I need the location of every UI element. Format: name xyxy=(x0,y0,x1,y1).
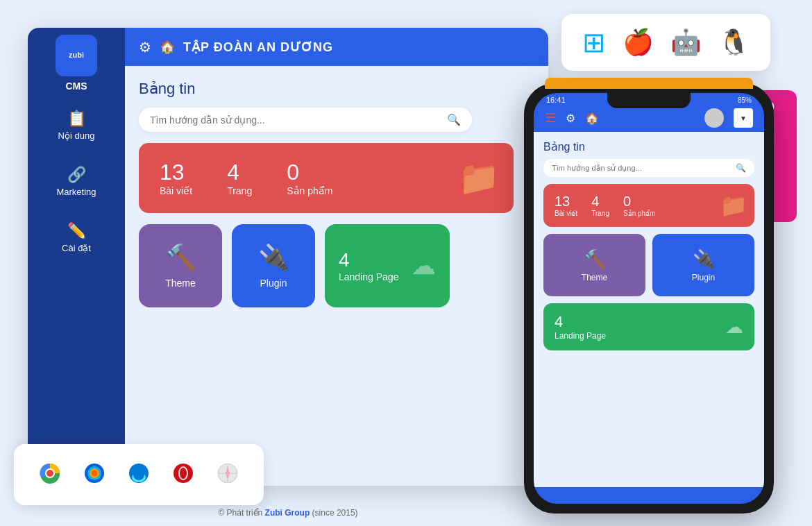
plugin-label: Plugin xyxy=(260,278,287,289)
caidat-icon: ✏️ xyxy=(67,222,86,240)
browsers-card xyxy=(14,444,264,505)
articles-count: 13 xyxy=(160,160,192,185)
theme-label: Theme xyxy=(165,278,196,289)
topbar: ⚙ 🏠 TẬP ĐOÀN AN DƯƠNG xyxy=(125,28,548,66)
phone-dropdown[interactable]: ▼ xyxy=(734,108,753,128)
phone-topbar: ☰ ⚙ 🏠 ▼ xyxy=(534,104,764,132)
phone-theme-button[interactable]: 🔨 Theme xyxy=(543,234,645,296)
phone-stat-pages: 4 Trang xyxy=(591,194,609,217)
logo-text: zubi xyxy=(69,51,84,60)
sidebar-item-marketing[interactable]: 🔗 Marketing xyxy=(28,160,125,203)
phone-folder-icon: 📁 xyxy=(720,192,747,219)
phone-stat-articles: 13 Bài viết xyxy=(555,194,577,217)
android-icon: 🤖 xyxy=(670,28,702,57)
marketing-icon: 🔗 xyxy=(67,166,86,184)
caidat-label: Cài đặt xyxy=(62,243,91,253)
svg-point-3 xyxy=(46,470,53,477)
chrome-icon xyxy=(35,458,65,491)
svg-point-16 xyxy=(180,468,187,479)
plugin-icon: 🔌 xyxy=(258,243,289,272)
footer-suffix: (since 2015) xyxy=(310,508,357,518)
phone-screen: 16:41 85% ☰ ⚙ 🏠 ▼ Bảng tin 🔍 13 Bài viết xyxy=(534,93,764,504)
phone-pages-count: 4 xyxy=(591,194,609,210)
folder-icon: 📁 xyxy=(458,159,500,198)
plugin-button[interactable]: 🔌 Plugin xyxy=(232,224,315,307)
phone-plugin-label: Plugin xyxy=(692,273,715,282)
search-bar[interactable]: 🔍 xyxy=(139,108,472,132)
cloud-icon: ☁ xyxy=(411,251,436,280)
theme-button[interactable]: 🔨 Theme xyxy=(139,224,222,307)
safari-icon xyxy=(212,458,243,491)
sidebar-item-noidung[interactable]: 📋 Nội dung xyxy=(28,104,125,146)
content-area: Bảng tin 🔍 13 Bài viết 4 Trang 0 Sản phẩ… xyxy=(125,66,548,486)
phone-plugin-button[interactable]: 🔌 Plugin xyxy=(652,234,754,296)
svg-point-12 xyxy=(133,469,144,480)
phone-content: Bảng tin 🔍 13 Bài viết 4 Trang 0 Sản phẩ… xyxy=(534,132,764,487)
edge-icon xyxy=(124,458,154,491)
phone-theme-label: Theme xyxy=(582,273,607,282)
phone-theme-icon: 🔨 xyxy=(584,248,606,270)
noidung-icon: 📋 xyxy=(67,110,86,128)
phone-plugin-icon: 🔌 xyxy=(693,248,715,270)
phone-search-bar[interactable]: 🔍 xyxy=(543,159,754,177)
phone-menu-icon[interactable]: ☰ xyxy=(545,110,556,126)
linux-icon: 🐧 xyxy=(718,28,750,57)
phone-gear-icon[interactable]: ⚙ xyxy=(566,112,575,125)
pages-count: 4 xyxy=(227,160,252,185)
opera-icon xyxy=(168,458,198,491)
marketing-label: Marketing xyxy=(56,187,96,197)
phone-landing-text: 4 Landing Page xyxy=(555,313,606,341)
landing-button[interactable]: 4 Landing Page ☁ xyxy=(325,224,450,307)
phone-feature-row: 🔨 Theme 🔌 Plugin xyxy=(543,234,754,296)
stat-products: 0 Sản phẩm xyxy=(287,160,332,196)
sidebar-item-caidat[interactable]: ✏️ Cài đặt xyxy=(28,217,125,259)
cms-desktop: zubi CMS 📋 Nội dung 🔗 Marketing ✏️ Cài đ… xyxy=(28,28,548,486)
landing-label: Landing Page xyxy=(339,271,398,282)
sidebar: zubi CMS 📋 Nội dung 🔗 Marketing ✏️ Cài đ… xyxy=(28,28,125,486)
svg-point-8 xyxy=(92,470,97,476)
pages-label: Trang xyxy=(227,185,252,196)
firefox-icon xyxy=(79,458,110,491)
cms-label: CMS xyxy=(65,80,87,92)
articles-label: Bài viết xyxy=(160,185,192,196)
phone-landing-button[interactable]: 4 Landing Page ☁ xyxy=(543,303,754,350)
phone-search-icon: 🔍 xyxy=(736,163,746,173)
os-card: ⊞ 🍎 🤖 🐧 xyxy=(561,14,770,71)
products-count: 0 xyxy=(287,160,332,185)
phone-products-label: Sản phẩm xyxy=(623,210,655,217)
landing-text: 4 Landing Page xyxy=(339,249,398,282)
phone-pages-label: Trang xyxy=(591,210,609,217)
phone-cloud-icon: ☁ xyxy=(725,316,743,338)
footer-prefix: © Phát triển xyxy=(218,508,264,518)
logo: zubi xyxy=(56,35,97,76)
phone-articles-label: Bài viết xyxy=(555,210,577,217)
phone-stats-card: 13 Bài viết 4 Trang 0 Sản phẩm 📁 xyxy=(543,184,754,227)
stats-card: 13 Bài viết 4 Trang 0 Sản phẩm 📁 xyxy=(139,143,514,213)
phone-battery: 85% xyxy=(738,96,752,104)
phone-page-title: Bảng tin xyxy=(543,140,754,153)
logo-inner: zubi xyxy=(59,38,94,73)
noidung-label: Nội dung xyxy=(58,130,95,141)
feature-row: 🔨 Theme 🔌 Plugin 4 Landing Page ☁ xyxy=(139,224,534,307)
footer-brand: Zubi Group xyxy=(265,508,310,518)
phone-search-input[interactable] xyxy=(552,164,736,172)
search-input[interactable] xyxy=(150,114,447,126)
search-icon: 🔍 xyxy=(447,113,461,126)
phone-notch xyxy=(607,93,691,108)
phone-avatar[interactable] xyxy=(704,108,724,128)
main-content: ⚙ 🏠 TẬP ĐOÀN AN DƯƠNG Bảng tin 🔍 13 Bài … xyxy=(125,28,548,486)
home-icon[interactable]: 🏠 xyxy=(160,40,175,55)
phone-articles-count: 13 xyxy=(555,194,577,210)
phone-landing-count: 4 xyxy=(555,313,606,331)
phone-products-count: 0 xyxy=(623,194,655,210)
gear-icon[interactable]: ⚙ xyxy=(139,39,151,56)
apple-icon: 🍎 xyxy=(623,28,654,57)
windows-icon: ⊞ xyxy=(582,26,606,58)
phone-home-icon[interactable]: 🏠 xyxy=(585,112,599,125)
phone-stat-products: 0 Sản phẩm xyxy=(623,194,655,217)
theme-icon: 🔨 xyxy=(165,243,196,272)
footer-copyright: © Phát triển Zubi Group (since 2015) xyxy=(28,508,548,518)
products-label: Sản phẩm xyxy=(287,185,332,196)
phone-landing-label: Landing Page xyxy=(555,331,606,341)
company-name: TẬP ĐOÀN AN DƯƠNG xyxy=(183,40,333,55)
